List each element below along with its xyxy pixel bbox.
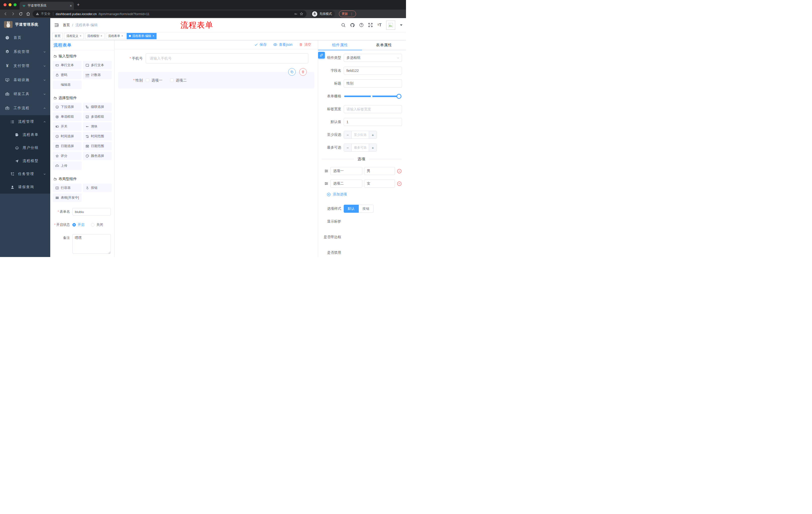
avatar-dropdown-caret[interactable] bbox=[400, 24, 403, 26]
option-value-input[interactable] bbox=[364, 167, 395, 175]
sidebar-item-payment[interactable]: ¥ 支付管理 bbox=[0, 59, 50, 73]
palette-item-date-range[interactable]: 日期范围 bbox=[83, 142, 112, 151]
phone-input[interactable] bbox=[146, 53, 308, 63]
stepper-minus-button[interactable]: − bbox=[344, 131, 352, 139]
add-option-button[interactable]: 添加选项 bbox=[327, 192, 402, 197]
palette-item-checkbox[interactable]: 多选框组 bbox=[83, 112, 112, 121]
home-icon[interactable] bbox=[25, 11, 31, 17]
stepper-plus-button[interactable]: + bbox=[369, 131, 377, 139]
palette-item-textarea[interactable]: 多行文本 bbox=[83, 61, 112, 70]
bookmark-star-icon[interactable] bbox=[299, 12, 303, 16]
avatar[interactable] bbox=[386, 21, 395, 30]
gender-checkbox-2[interactable]: 选项二 bbox=[170, 78, 187, 83]
tab-form-props[interactable]: 表单属性 bbox=[362, 40, 406, 50]
security-label[interactable]: 不安全 bbox=[41, 12, 51, 16]
tag-close-icon[interactable]: × bbox=[100, 34, 102, 38]
tag-close-icon[interactable]: × bbox=[121, 34, 123, 38]
tag-process-definition[interactable]: 流程定义× bbox=[64, 33, 84, 39]
sidebar-item-process-model[interactable]: 流程模型 bbox=[0, 154, 50, 167]
back-icon[interactable] bbox=[2, 11, 8, 17]
palette-item-upload[interactable]: 上传 bbox=[53, 161, 82, 170]
gender-checkbox-1[interactable]: 选项一 bbox=[146, 78, 163, 83]
label-width-input[interactable] bbox=[344, 105, 402, 113]
palette-item-input[interactable]: 单行文本 bbox=[53, 61, 82, 70]
tab-close-icon[interactable]: × bbox=[70, 4, 72, 8]
palette-item-number[interactable]: 123计数器 bbox=[83, 71, 112, 79]
canvas-field-phone[interactable]: *手机号 bbox=[118, 53, 314, 63]
palette-item-switch[interactable]: 开关 bbox=[53, 122, 82, 131]
new-tab-button[interactable]: + bbox=[77, 1, 80, 8]
github-icon[interactable] bbox=[350, 23, 355, 27]
field-name-input[interactable] bbox=[344, 66, 402, 75]
checkbox-square[interactable] bbox=[170, 78, 174, 82]
clear-button[interactable]: 清空 bbox=[299, 43, 311, 47]
tag-process-model[interactable]: 流程模型× bbox=[85, 33, 105, 39]
sidebar-item-leave-query[interactable]: 请假查询 bbox=[0, 181, 50, 194]
view-json-button[interactable]: 查看json bbox=[273, 43, 292, 47]
font-size-icon[interactable]: TT bbox=[377, 23, 382, 27]
drawing-board[interactable]: *手机号 *性别 选项一 选项二 bbox=[115, 49, 318, 257]
option-value-input[interactable] bbox=[364, 180, 395, 188]
address-bar[interactable]: 不安全 dashboard.yudao.iocoder.cn/bpm/manag… bbox=[33, 10, 307, 17]
min-select-input[interactable] bbox=[352, 131, 369, 139]
sidebar-item-process-mgmt[interactable]: 流程管理 bbox=[0, 115, 50, 128]
minimize-window-button[interactable] bbox=[8, 3, 11, 6]
component-type-select[interactable]: 多选框组 bbox=[344, 54, 402, 62]
option-label-input[interactable] bbox=[330, 180, 362, 188]
palette-item-table[interactable]: 表格[开发中] bbox=[53, 193, 82, 202]
form-remark-textarea[interactable]: 嘿嘿 bbox=[72, 234, 111, 254]
form-name-input[interactable] bbox=[72, 208, 111, 216]
palette-item-cascader[interactable]: 级联选择 bbox=[83, 103, 112, 111]
sidebar-item-devtools[interactable]: 研发工具 bbox=[0, 87, 50, 101]
delete-component-button[interactable] bbox=[299, 68, 307, 76]
breadcrumb-home[interactable]: 首页 bbox=[63, 23, 70, 27]
sidebar-item-home[interactable]: 首页 bbox=[0, 31, 50, 45]
remove-option-button[interactable] bbox=[397, 181, 402, 186]
close-window-button[interactable] bbox=[3, 3, 6, 6]
tab-component-props[interactable]: 组件属性 bbox=[318, 40, 362, 50]
palette-item-password[interactable]: 密码 bbox=[53, 71, 82, 79]
sidebar-item-system[interactable]: 系统管理 bbox=[0, 45, 50, 59]
palette-item-button[interactable]: 按钮 bbox=[83, 184, 112, 192]
palette-item-editor[interactable]: 编辑器 bbox=[53, 80, 82, 89]
checkbox-square[interactable] bbox=[146, 78, 149, 82]
style-default-button[interactable]: 默认 bbox=[344, 205, 359, 213]
tag-home[interactable]: 首页 bbox=[52, 33, 63, 39]
link-handle-button[interactable] bbox=[318, 52, 325, 59]
stepper-plus-button[interactable]: + bbox=[369, 144, 377, 152]
palette-item-date[interactable]: 日期选择 bbox=[53, 142, 82, 151]
key-icon[interactable] bbox=[294, 12, 298, 16]
sidebar-item-workflow[interactable]: 工作流程 bbox=[0, 101, 50, 115]
tag-process-form[interactable]: 流程表单× bbox=[106, 33, 125, 39]
reload-icon[interactable] bbox=[18, 11, 24, 17]
help-icon[interactable] bbox=[359, 23, 364, 27]
sidebar-item-task-mgmt[interactable]: 任务管理 bbox=[0, 167, 50, 181]
title-input[interactable] bbox=[344, 79, 402, 87]
sidebar-item-infra[interactable]: 基础设施 bbox=[0, 73, 50, 87]
slider-handle[interactable] bbox=[397, 94, 402, 99]
stepper-minus-button[interactable]: − bbox=[344, 144, 352, 152]
browser-menu-icon[interactable]: ⋮ bbox=[350, 12, 353, 16]
max-select-input[interactable] bbox=[352, 144, 369, 152]
tag-process-form-edit[interactable]: 流程表单-编辑× bbox=[127, 33, 156, 39]
window-controls[interactable] bbox=[0, 0, 20, 9]
palette-item-row[interactable]: 行容器 bbox=[53, 184, 82, 192]
style-button-button[interactable]: 按钮 bbox=[359, 205, 374, 213]
option-label-input[interactable] bbox=[330, 167, 362, 175]
drag-handle-icon[interactable] bbox=[324, 181, 329, 186]
hamburger-icon[interactable] bbox=[54, 22, 59, 28]
search-icon[interactable] bbox=[341, 23, 346, 27]
palette-item-slider[interactable]: 滑块 bbox=[83, 122, 112, 131]
status-radio-off[interactable]: 关闭 bbox=[91, 221, 103, 228]
tag-close-icon[interactable]: × bbox=[80, 34, 81, 38]
palette-item-color[interactable]: 颜色选择 bbox=[83, 152, 112, 160]
textarea-resize-handle[interactable] bbox=[108, 251, 110, 254]
save-button[interactable]: 保存 bbox=[254, 43, 266, 47]
canvas-field-gender-selected[interactable]: *性别 选项一 选项二 bbox=[118, 72, 314, 88]
drag-handle-icon[interactable] bbox=[324, 169, 329, 173]
palette-item-rate[interactable]: 评分 bbox=[53, 152, 82, 160]
grid-slider[interactable] bbox=[344, 96, 399, 97]
update-label[interactable]: 更新 bbox=[342, 12, 348, 16]
palette-item-radio[interactable]: 单选框组 bbox=[53, 112, 82, 121]
default-value-input[interactable] bbox=[344, 118, 402, 126]
